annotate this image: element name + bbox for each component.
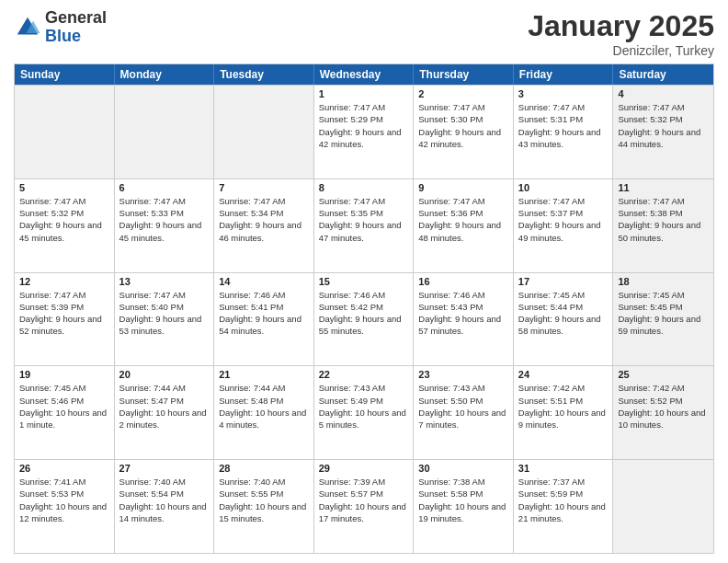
calendar-row: 1Sunrise: 7:47 AM Sunset: 5:29 PM Daylig… [15,85,713,178]
day-number: 2 [418,88,508,99]
calendar-cell: 8Sunrise: 7:47 AM Sunset: 5:35 PM Daylig… [314,179,415,272]
calendar-cell: 31Sunrise: 7:37 AM Sunset: 5:59 PM Dayli… [514,460,614,553]
day-number: 18 [618,276,709,287]
calendar-cell: 14Sunrise: 7:46 AM Sunset: 5:41 PM Dayli… [214,273,314,366]
weekday-header: Sunday [15,64,115,85]
day-number: 8 [319,182,409,193]
day-number: 30 [418,463,508,474]
weekday-header: Thursday [414,64,514,85]
calendar-cell: 11Sunrise: 7:47 AM Sunset: 5:38 PM Dayli… [613,179,713,272]
calendar-row: 5Sunrise: 7:47 AM Sunset: 5:32 PM Daylig… [15,178,713,272]
day-info: Sunrise: 7:47 AM Sunset: 5:39 PM Dayligh… [19,289,109,338]
day-info: Sunrise: 7:45 AM Sunset: 5:44 PM Dayligh… [518,289,609,338]
calendar-row: 12Sunrise: 7:47 AM Sunset: 5:39 PM Dayli… [15,272,713,366]
calendar-cell: 18Sunrise: 7:45 AM Sunset: 5:45 PM Dayli… [613,273,713,366]
calendar-cell: 21Sunrise: 7:44 AM Sunset: 5:48 PM Dayli… [214,366,314,459]
day-info: Sunrise: 7:47 AM Sunset: 5:32 PM Dayligh… [618,101,709,150]
day-info: Sunrise: 7:45 AM Sunset: 5:45 PM Dayligh… [618,289,709,338]
calendar-cell: 4Sunrise: 7:47 AM Sunset: 5:32 PM Daylig… [613,86,713,178]
day-info: Sunrise: 7:42 AM Sunset: 5:51 PM Dayligh… [518,382,609,431]
location-subtitle: Denizciler, Turkey [528,43,714,58]
calendar-cell [214,86,314,178]
calendar-cell: 10Sunrise: 7:47 AM Sunset: 5:37 PM Dayli… [514,179,614,272]
day-info: Sunrise: 7:47 AM Sunset: 5:37 PM Dayligh… [518,195,609,244]
calendar-header: SundayMondayTuesdayWednesdayThursdayFrid… [15,64,713,85]
day-info: Sunrise: 7:37 AM Sunset: 5:59 PM Dayligh… [518,476,609,524]
day-info: Sunrise: 7:39 AM Sunset: 5:57 PM Dayligh… [319,476,409,524]
day-number: 9 [418,182,508,193]
day-number: 1 [319,88,409,99]
calendar-cell: 29Sunrise: 7:39 AM Sunset: 5:57 PM Dayli… [314,460,415,553]
day-info: Sunrise: 7:47 AM Sunset: 5:31 PM Dayligh… [518,101,609,150]
day-number: 4 [618,88,709,99]
calendar-cell: 23Sunrise: 7:43 AM Sunset: 5:50 PM Dayli… [414,366,514,459]
day-info: Sunrise: 7:47 AM Sunset: 5:32 PM Dayligh… [19,195,109,244]
weekday-header: Saturday [613,64,713,85]
day-number: 21 [219,369,309,380]
calendar-cell: 6Sunrise: 7:47 AM Sunset: 5:33 PM Daylig… [115,179,215,272]
day-number: 20 [119,369,210,380]
logo-icon [14,14,41,41]
day-info: Sunrise: 7:42 AM Sunset: 5:52 PM Dayligh… [618,382,709,431]
calendar: SundayMondayTuesdayWednesdayThursdayFrid… [14,63,714,554]
weekday-header: Monday [115,64,215,85]
day-number: 17 [518,276,609,287]
calendar-cell: 22Sunrise: 7:43 AM Sunset: 5:49 PM Dayli… [314,366,415,459]
day-info: Sunrise: 7:47 AM Sunset: 5:35 PM Dayligh… [319,195,409,244]
day-info: Sunrise: 7:44 AM Sunset: 5:47 PM Dayligh… [119,382,210,431]
calendar-cell: 25Sunrise: 7:42 AM Sunset: 5:52 PM Dayli… [613,366,713,459]
day-number: 13 [119,276,210,287]
day-info: Sunrise: 7:46 AM Sunset: 5:43 PM Dayligh… [418,289,508,338]
logo-general: General [45,9,107,28]
day-info: Sunrise: 7:43 AM Sunset: 5:50 PM Dayligh… [418,382,508,431]
day-info: Sunrise: 7:47 AM Sunset: 5:29 PM Dayligh… [319,101,409,150]
day-number: 12 [19,276,109,287]
calendar-cell: 2Sunrise: 7:47 AM Sunset: 5:30 PM Daylig… [414,86,514,178]
day-info: Sunrise: 7:47 AM Sunset: 5:36 PM Dayligh… [418,195,508,244]
weekday-header: Tuesday [214,64,314,85]
day-info: Sunrise: 7:40 AM Sunset: 5:54 PM Dayligh… [119,476,210,524]
day-info: Sunrise: 7:47 AM Sunset: 5:33 PM Dayligh… [119,195,210,244]
day-number: 24 [518,369,609,380]
calendar-cell: 13Sunrise: 7:47 AM Sunset: 5:40 PM Dayli… [115,273,215,366]
day-info: Sunrise: 7:43 AM Sunset: 5:49 PM Dayligh… [319,382,409,431]
day-number: 31 [518,463,609,474]
day-info: Sunrise: 7:38 AM Sunset: 5:58 PM Dayligh… [418,476,508,524]
day-number: 23 [418,369,508,380]
day-number: 19 [19,369,109,380]
calendar-row: 19Sunrise: 7:45 AM Sunset: 5:46 PM Dayli… [15,365,713,459]
calendar-cell: 24Sunrise: 7:42 AM Sunset: 5:51 PM Dayli… [514,366,614,459]
day-number: 10 [518,182,609,193]
day-info: Sunrise: 7:46 AM Sunset: 5:42 PM Dayligh… [319,289,409,338]
weekday-header: Friday [514,64,614,85]
month-title: January 2025 [528,9,714,43]
logo-blue: Blue [45,28,107,46]
day-number: 22 [319,369,409,380]
day-info: Sunrise: 7:45 AM Sunset: 5:46 PM Dayligh… [19,382,109,431]
calendar-cell: 16Sunrise: 7:46 AM Sunset: 5:43 PM Dayli… [414,273,514,366]
calendar-cell: 15Sunrise: 7:46 AM Sunset: 5:42 PM Dayli… [314,273,415,366]
day-number: 15 [319,276,409,287]
calendar-cell: 5Sunrise: 7:47 AM Sunset: 5:32 PM Daylig… [15,179,115,272]
calendar-cell: 30Sunrise: 7:38 AM Sunset: 5:58 PM Dayli… [414,460,514,553]
calendar-cell: 1Sunrise: 7:47 AM Sunset: 5:29 PM Daylig… [314,86,415,178]
day-number: 7 [219,182,309,193]
day-info: Sunrise: 7:47 AM Sunset: 5:34 PM Dayligh… [219,195,309,244]
calendar-cell: 9Sunrise: 7:47 AM Sunset: 5:36 PM Daylig… [414,179,514,272]
logo: General Blue [14,9,107,46]
calendar-cell: 17Sunrise: 7:45 AM Sunset: 5:44 PM Dayli… [514,273,614,366]
weekday-header: Wednesday [314,64,415,85]
day-info: Sunrise: 7:47 AM Sunset: 5:40 PM Dayligh… [119,289,210,338]
calendar-cell: 19Sunrise: 7:45 AM Sunset: 5:46 PM Dayli… [15,366,115,459]
calendar-cell [115,86,215,178]
calendar-cell: 7Sunrise: 7:47 AM Sunset: 5:34 PM Daylig… [214,179,314,272]
day-number: 25 [618,369,709,380]
calendar-body: 1Sunrise: 7:47 AM Sunset: 5:29 PM Daylig… [15,85,713,553]
day-number: 6 [119,182,210,193]
page: General Blue January 2025 Denizciler, Tu… [0,0,728,563]
day-number: 27 [119,463,210,474]
day-number: 5 [19,182,109,193]
day-number: 28 [219,463,309,474]
day-number: 26 [19,463,109,474]
calendar-cell: 20Sunrise: 7:44 AM Sunset: 5:47 PM Dayli… [115,366,215,459]
